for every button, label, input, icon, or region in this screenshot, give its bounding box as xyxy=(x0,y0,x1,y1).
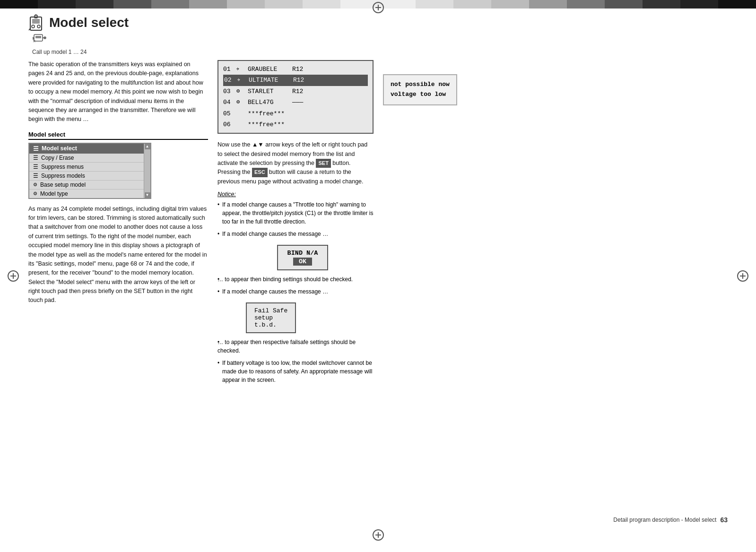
set-badge-1: SET xyxy=(316,159,330,168)
body-paragraph-2: As many as 24 complete model settings, i… xyxy=(28,205,208,305)
voltage-warning-box: not possible now voltage too low xyxy=(383,74,457,105)
row-icon-04: ⚙ xyxy=(236,97,246,108)
row-name-02: ULTIMATE xyxy=(249,75,291,86)
row-num-01: 01 xyxy=(223,64,235,75)
notice-item-4: If a model change causes the message … xyxy=(217,287,374,296)
model-list-display: 01 ✈ GRAUBELE R12 02 ✈ ULTIMATE R12 03 ⚙… xyxy=(217,60,374,134)
menu-icon: ☰ xyxy=(33,145,39,152)
voltage-warning-container: not possible now voltage too low xyxy=(383,60,728,105)
menu-item-icon-supmods: ☰ xyxy=(33,172,38,179)
model-row-01: 01 ✈ GRAUBELE R12 xyxy=(223,64,368,75)
menu-item-icon-base: ⚙ xyxy=(33,182,37,187)
bind-line1: BIND N/A xyxy=(287,250,318,257)
title-area: Model select xyxy=(28,14,728,31)
failsafe-box-container: Fail Safe setup t.b.d. xyxy=(232,300,374,336)
notice-item-5: … to appear then respective failsafe set… xyxy=(217,338,374,355)
model-row-06: 06 ***free*** xyxy=(223,119,368,130)
notice-label: Notice: xyxy=(217,191,374,198)
voltage-line1: not possible now xyxy=(391,80,450,90)
menu-item-base-setup[interactable]: ⚙ Base setup model xyxy=(29,181,144,190)
call-up-text: Call up model 1 … 24 xyxy=(32,49,728,55)
bind-line2: OK xyxy=(293,258,312,266)
crosshair-left xyxy=(8,270,19,282)
page-footer: Detail program description - Model selec… xyxy=(613,516,728,524)
intro-paragraph: The basic operation of the transmitters … xyxy=(28,60,208,124)
color-bar-bottom xyxy=(0,543,756,552)
model-row-03: 03 ⚙ STARLET R12 xyxy=(223,86,368,97)
row-code-04: ——— xyxy=(292,97,309,108)
scroll-track xyxy=(144,149,150,192)
menu-content: ☰ Model select ☰ Copy / Erase ☰ Suppress… xyxy=(29,144,144,198)
sub-icon-row: ✕ xyxy=(32,33,728,45)
row-icon-03: ⚙ xyxy=(236,86,246,97)
menu-item-copy[interactable]: ☰ Copy / Erase xyxy=(29,154,144,163)
row-name-01: GRAUBELE xyxy=(248,64,290,75)
middle-column: 01 ✈ GRAUBELE R12 02 ✈ ULTIMATE R12 03 ⚙… xyxy=(217,60,374,388)
menu-box-wrapper: ☰ Model select ☰ Copy / Erase ☰ Suppress… xyxy=(29,144,150,198)
row-icon-02: ✈ xyxy=(237,76,247,85)
menu-item-label-type: Model type xyxy=(40,190,68,197)
notice-item-2: If a model change causes the message … xyxy=(217,230,374,238)
svg-point-2 xyxy=(32,25,35,28)
notice-item-3: … to appear then binding settings should… xyxy=(217,275,374,284)
row-icon-05 xyxy=(236,109,246,118)
model-row-02: 02 ✈ ULTIMATE R12 xyxy=(223,75,368,86)
notice-item-1: If a model change causes a "Throttle too… xyxy=(217,200,374,226)
middle-body-text: Now use the ▲▼ arrow keys of the left or… xyxy=(217,140,374,186)
row-name-04: BELL47G xyxy=(248,97,290,108)
left-column: The basic operation of the transmitters … xyxy=(28,60,208,305)
failsafe-line2: setup xyxy=(254,314,287,321)
menu-item-icon-copy: ☰ xyxy=(33,155,38,161)
crosshair-right xyxy=(737,270,748,282)
menu-item-icon-supm: ☰ xyxy=(33,164,38,170)
svg-text:✕: ✕ xyxy=(33,39,36,43)
failsafe-line1: Fail Safe xyxy=(254,307,287,314)
svg-rect-8 xyxy=(35,36,41,38)
menu-box-header: ☰ Model select xyxy=(29,144,144,154)
footer-label: Detail program description - Model selec… xyxy=(613,517,716,523)
menu-header-label: Model select xyxy=(42,145,77,152)
menu-item-label-supmods: Suppress models xyxy=(41,172,85,179)
sub-icon: ✕ xyxy=(32,33,47,43)
row-name-06: ***free*** xyxy=(248,119,290,130)
title-icon xyxy=(28,14,43,31)
row-code-02: R12 xyxy=(293,75,310,86)
row-name-03: STARLET xyxy=(248,86,290,97)
row-code-03: R12 xyxy=(292,86,309,97)
row-num-04: 04 xyxy=(223,97,235,108)
menu-item-icon-type: ⚙ xyxy=(33,191,37,196)
row-icon-06 xyxy=(236,120,246,129)
esc-badge-1: ESC xyxy=(252,168,268,177)
menu-item-suppress-models[interactable]: ☰ Suppress models xyxy=(29,172,144,181)
page-number: 63 xyxy=(720,516,728,524)
bind-na-box: BIND N/A OK xyxy=(277,245,329,270)
row-icon-01: ✈ xyxy=(236,65,246,74)
menu-scrollbar[interactable]: ▲ ▼ xyxy=(144,144,150,198)
model-row-05: 05 ***free*** xyxy=(223,108,368,119)
crosshair-top xyxy=(373,2,384,13)
three-col-layout: The basic operation of the transmitters … xyxy=(28,60,728,388)
menu-item-label-supm: Suppress menus xyxy=(41,164,84,170)
row-name-05: ***free*** xyxy=(248,108,290,119)
row-code-01: R12 xyxy=(292,64,309,75)
section-label: Model select xyxy=(28,131,208,140)
model-row-04: 04 ⚙ BELL47G ——— xyxy=(223,97,368,108)
row-num-05: 05 xyxy=(223,108,235,119)
transmitter-icon xyxy=(28,14,43,31)
scroll-up-btn[interactable]: ▲ xyxy=(145,144,150,149)
failsafe-line3: t.b.d. xyxy=(254,321,287,328)
row-num-06: 06 xyxy=(223,119,235,130)
failsafe-box: Fail Safe setup t.b.d. xyxy=(246,302,296,333)
bind-box-container: BIND N/A OK xyxy=(217,242,374,273)
page-title: Model select xyxy=(49,15,129,30)
scroll-down-btn[interactable]: ▼ xyxy=(145,192,150,198)
menu-item-suppress-menus[interactable]: ☰ Suppress menus xyxy=(29,163,144,172)
svg-point-3 xyxy=(37,25,40,28)
row-num-03: 03 xyxy=(223,86,235,97)
svg-rect-1 xyxy=(32,19,40,24)
menu-item-label-base: Base setup model xyxy=(40,181,86,188)
notice-item-6: If battery voltage is too low, the model… xyxy=(217,359,374,384)
voltage-line2: voltage too low xyxy=(391,90,450,100)
menu-select-box: ☰ Model select ☰ Copy / Erase ☰ Suppress… xyxy=(28,143,151,199)
menu-item-model-type[interactable]: ⚙ Model type xyxy=(29,190,144,198)
